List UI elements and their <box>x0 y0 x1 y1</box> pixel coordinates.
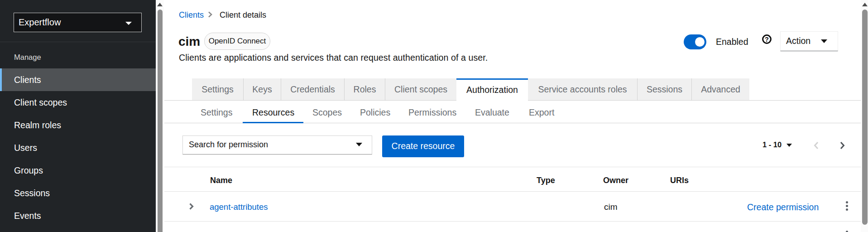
svg-text:?: ? <box>765 36 769 43</box>
